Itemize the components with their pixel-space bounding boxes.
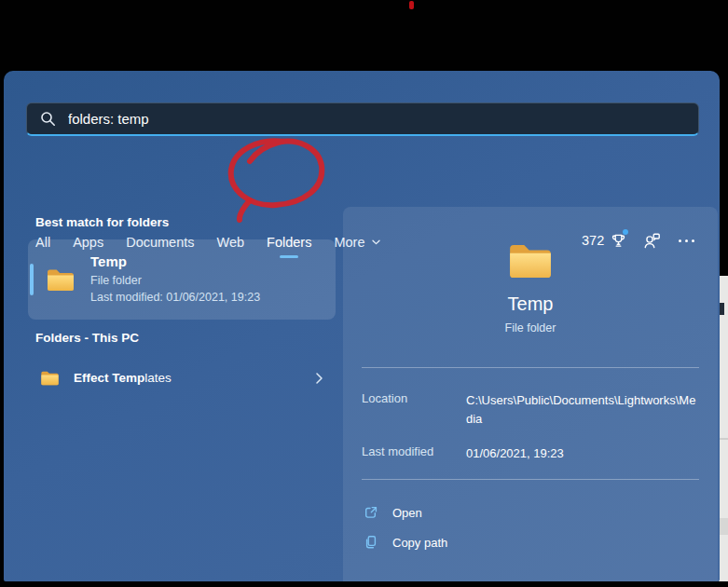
folder-result-effect-templates[interactable]: Effect Templates: [28, 361, 336, 395]
search-box[interactable]: [26, 102, 699, 136]
detail-value: C:\Users\Public\Documents\Lightworks\Med…: [466, 391, 699, 429]
folder-icon-large: [507, 241, 554, 280]
detail-label: Last modified: [362, 444, 466, 463]
windows-search-panel: All Apps Documents Web Folders More 372: [4, 71, 720, 581]
preview-actions: Open Copy path: [364, 498, 718, 557]
best-match-heading: Best match for folders: [35, 215, 169, 229]
detail-row-location: Location C:\Users\Public\Documents\Light…: [362, 391, 699, 429]
open-external-icon: [364, 505, 378, 520]
annotation-red-dot: [409, 1, 414, 9]
divider: [362, 479, 699, 480]
unmatched-text: lates: [144, 371, 172, 385]
divider: [362, 367, 699, 368]
result-modified: Last modified: 01/06/2021, 19:23: [90, 289, 260, 306]
detail-row-modified: Last modified 01/06/2021, 19:23: [362, 444, 699, 463]
copy-icon: [364, 535, 378, 550]
selection-accent-bar: [30, 264, 34, 295]
preview-pane: Temp File folder Location C:\Users\Publi…: [343, 207, 718, 581]
background-window-strip: [719, 276, 728, 581]
preview-hero: Temp File folder: [343, 207, 718, 334]
preview-details: Location C:\Users\Public\Documents\Light…: [362, 391, 699, 463]
action-label: Open: [392, 506, 422, 520]
best-match-result[interactable]: Temp File folder Last modified: 01/06/20…: [28, 239, 336, 320]
detail-label: Location: [362, 391, 466, 429]
folder-icon: [40, 370, 60, 386]
preview-subtitle: File folder: [505, 321, 556, 334]
background-divider-fragment: [719, 438, 728, 440]
preview-title: Temp: [508, 294, 554, 315]
best-match-text: Temp File folder Last modified: 01/06/20…: [90, 253, 260, 306]
background-row-fragment: [719, 518, 728, 535]
action-label: Copy path: [392, 536, 447, 550]
result-title: Temp: [90, 253, 260, 269]
open-button[interactable]: Open: [364, 498, 718, 527]
copy-path-button[interactable]: Copy path: [364, 527, 718, 557]
folder-result-label: Effect Templates: [74, 371, 172, 385]
folders-section-heading: Folders - This PC: [35, 331, 139, 345]
chevron-right-icon: [316, 373, 323, 384]
search-icon: [40, 111, 56, 127]
search-input[interactable]: [68, 111, 685, 127]
detail-value: 01/06/2021, 19:23: [466, 444, 699, 463]
result-type: File folder: [90, 272, 260, 289]
folder-icon: [46, 267, 76, 292]
matched-text: Effect Temp: [74, 371, 144, 385]
